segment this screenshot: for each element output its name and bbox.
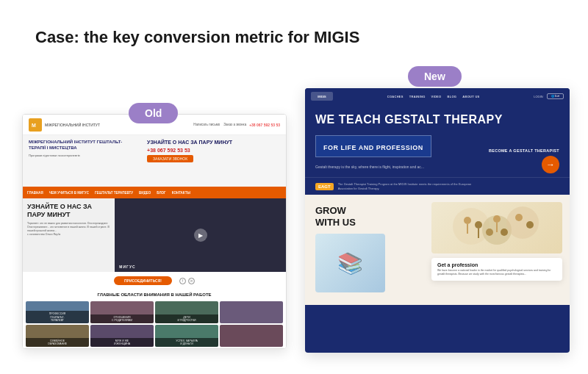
svg-point-6 <box>475 221 482 229</box>
new-badge: New <box>408 66 462 87</box>
new-site-screenshot: MIGIS COACHES TRAINING VIDEO BLOG ABOUT … <box>305 88 570 353</box>
old-cta-btn[interactable]: ЗАКАЗАТИ ЗВОНОК <box>147 155 193 162</box>
new-hero-subheadline: FOR LIFE AND PROFESSION <box>315 135 431 157</box>
old-join-btn[interactable]: ПРИСОЕДИНИТЬСЯ! <box>114 276 172 285</box>
old-main-desc: Терапевт: это не важно для развития псих… <box>27 222 110 234</box>
old-grid-item-7: УСПЕХ, КАРЬЕРАИ ДЕНЬГИ <box>155 325 218 347</box>
new-profession-illustration <box>431 202 562 253</box>
old-nav-contacts[interactable]: КОНТАКТЫ <box>172 191 190 195</box>
old-section-title: ГЛАВНЫЕ ОБЛАСТИ ВНИМАНИЯ В НАШЕЙ РАБОТЕ <box>23 290 286 300</box>
old-site-screenshot: M МІЖРЕГІОНАЛЬНИЙ ІНСТИТУТ Написать пись… <box>22 114 287 349</box>
old-hero-headline: УЗНАЙТЕ О НАС ЗА ПАРУ МИНУТ <box>147 140 232 145</box>
old-nav-link-2[interactable]: Заказ a звонка <box>223 123 246 126</box>
svg-point-7 <box>493 215 501 223</box>
svg-text:M: M <box>32 123 36 128</box>
new-profession-title: Get a profession <box>437 262 556 267</box>
old-nav-home[interactable]: ГЛАВНАЯ <box>27 191 43 195</box>
old-nav-video[interactable]: ВИДЕО <box>139 191 151 195</box>
new-hero-headline1: WE TEACH GESTALT THERAPY <box>315 113 559 126</box>
old-main-attr: с основателем Ольги Якуба <box>27 233 110 237</box>
new-cta-text: BECOME A GESTALT THERAPIST <box>489 148 559 153</box>
svg-point-10 <box>515 214 523 221</box>
old-nav-link-1[interactable]: Написать письмо <box>193 123 220 126</box>
svg-point-8 <box>486 229 493 236</box>
old-grid-item-2: ОТНОШЕНИЯС РОДИТЕЛЯМИ <box>90 301 154 323</box>
svg-point-9 <box>501 229 508 236</box>
old-logo: M <box>29 118 42 132</box>
old-main-headline: УЗНАЙТЕ О НАС ЗА ПАРУ МИНУТ <box>27 203 110 219</box>
old-grid-item-8 <box>220 325 283 347</box>
new-nav-lang[interactable]: 🌐 En▾ <box>547 93 564 99</box>
new-cta-btn[interactable] <box>542 156 559 173</box>
old-nav-gestalt[interactable]: ГЕШТАЛЬТ ТЕРАПЕВТУ <box>95 191 133 195</box>
svg-point-11 <box>526 221 534 229</box>
old-phone: +38 067 592 53 53 <box>249 123 280 127</box>
new-hero-description: Gestalt therapy is the sky, where there … <box>315 165 433 170</box>
old-hero-desc: Програми підготовки психотерапевтів <box>29 154 135 158</box>
svg-point-5 <box>464 217 471 224</box>
old-grid-item-5: СЕМЕЙНОЕОБРАЗОВАНИЕ <box>26 325 89 347</box>
eagt-text: The Gestalt Therapist Training Program a… <box>338 182 485 190</box>
new-grow-title: GROW WITH US <box>315 205 414 228</box>
old-nav-learn[interactable]: ЧЕМ УЧИТЬСЯ В МИГУС <box>49 191 89 195</box>
old-grid-item-1: ПРОФЕССИЯГЕШТАЛЬТ-ТЕРАПЕВТ <box>26 301 89 323</box>
new-grow-illustration: 📚 <box>315 234 385 292</box>
old-grid-item-3: ДЕТИИ ПОДРОСТКИ <box>155 301 218 323</box>
new-nav-training[interactable]: TRAINING <box>409 95 426 98</box>
new-logo: MIGIS <box>311 92 333 101</box>
old-grid-item-4 <box>220 301 283 323</box>
new-nav-about[interactable]: ABOUT US <box>462 95 479 98</box>
new-profession-text: We have become a national leader in the … <box>437 269 556 276</box>
eagt-logo: EAGT <box>315 183 334 190</box>
new-nav-blog[interactable]: BLOG <box>448 95 457 98</box>
page-title: Case: the key conversion metric for MIGI… <box>35 28 359 47</box>
old-video-title: МИГУС <box>119 265 135 269</box>
old-social-fb[interactable]: f <box>179 278 186 284</box>
new-nav-video[interactable]: VIDEO <box>431 95 442 98</box>
old-hero-org: МІЖРЕГІОНАЛЬНИЙ ІНСТИТУТ ГЕШТАЛЬТ-ТЕРАПІ… <box>29 140 135 151</box>
new-nav-login[interactable]: LOGIN <box>534 95 542 98</box>
old-grid-item-6: МУЖ И ЖЕИ ЖЕНЩИНА <box>90 325 154 347</box>
old-nav-blog[interactable]: БЛОГ <box>157 191 165 195</box>
old-social-vk[interactable]: in <box>188 278 195 284</box>
svg-point-4 <box>506 206 539 239</box>
old-badge: Old <box>129 103 178 123</box>
old-video-play-btn[interactable]: ▶ <box>194 229 207 242</box>
new-nav-coaches[interactable]: COACHES <box>387 95 404 98</box>
old-hero-phone: +38 067 592 53 53 <box>147 148 190 153</box>
